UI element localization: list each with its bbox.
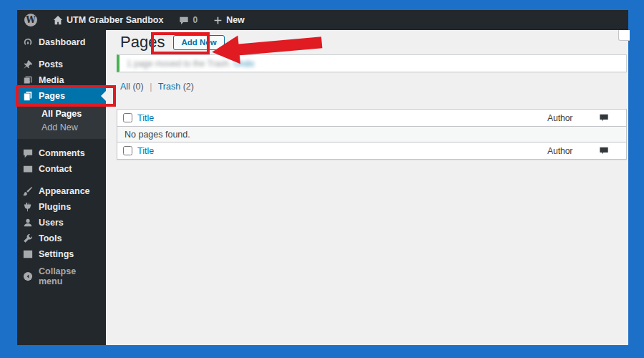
sidebar-item-label: Contact: [39, 164, 72, 174]
sidebar-collapse-menu[interactable]: Collapse menu: [17, 268, 106, 284]
dashboard-icon: [23, 37, 33, 47]
sidebar-item-label: Pages: [39, 91, 65, 101]
screenshot-frame: W UTM Grabber Sandbox 0 New Dashboard: [0, 0, 644, 358]
sidebar-item-label: Comments: [39, 148, 85, 158]
filter-trash-link[interactable]: Trash: [158, 82, 181, 92]
pages-list-table: Title Author No pages found. Title Autho…: [117, 109, 627, 160]
empty-table-row: No pages found.: [117, 127, 626, 142]
sidebar-item-plugins[interactable]: Plugins: [17, 199, 106, 215]
sidebar-item-label: Appearance: [39, 186, 90, 196]
home-icon: [53, 15, 63, 25]
sidebar-item-label: Media: [39, 75, 64, 85]
undo-link[interactable]: Undo: [233, 59, 254, 69]
admin-sidebar: Dashboard Posts Media Pages All Pages Ad…: [17, 30, 106, 345]
current-menu-arrow: [101, 91, 106, 101]
sidebar-item-contact[interactable]: Contact: [17, 161, 106, 177]
sidebar-item-settings[interactable]: Settings: [17, 246, 106, 262]
no-pages-message: No pages found.: [117, 130, 190, 140]
comments-column-icon: [599, 146, 609, 155]
admin-bar-new-label: New: [226, 15, 245, 25]
admin-bar: W UTM Grabber Sandbox 0 New: [17, 10, 628, 30]
add-new-button[interactable]: Add New: [173, 35, 224, 50]
user-icon: [23, 218, 33, 228]
list-filter-links: All (0) | Trash (2): [120, 82, 194, 92]
table-footer-row: Title Author: [117, 142, 626, 159]
sidebar-item-comments[interactable]: Comments: [17, 145, 106, 161]
filter-separator: |: [146, 82, 155, 92]
submenu-item-all-pages[interactable]: All Pages: [17, 107, 106, 121]
plugin-icon: [23, 202, 33, 212]
sidebar-item-label: Collapse menu: [39, 266, 100, 286]
media-icon: [23, 75, 33, 85]
sidebar-item-posts[interactable]: Posts: [17, 57, 106, 72]
filter-all-link[interactable]: All: [120, 82, 130, 92]
wordpress-logo-icon[interactable]: W: [24, 14, 37, 26]
admin-bar-new-menu[interactable]: New: [213, 15, 245, 25]
pages-icon: [23, 91, 33, 101]
screen-options-tab[interactable]: [618, 30, 630, 41]
filter-all-count: (0): [132, 82, 143, 92]
comments-column-icon: [599, 113, 609, 122]
filter-trash-count: (2): [183, 82, 194, 92]
pages-submenu: All Pages Add New: [17, 104, 106, 139]
admin-bar-comments[interactable]: 0: [179, 15, 197, 25]
paintbrush-icon: [23, 186, 33, 196]
author-column-footer: Author: [547, 146, 599, 156]
author-column-header: Author: [547, 113, 599, 123]
table-header-row: Title Author: [117, 110, 626, 127]
sidebar-item-pages[interactable]: Pages: [17, 88, 106, 104]
notice-text-blurred: 1 page moved to the Trash. Undo: [127, 59, 254, 69]
plus-icon: [213, 16, 223, 25]
comments-icon: [23, 148, 33, 158]
wrench-icon: [23, 233, 33, 243]
page-title: Pages: [120, 33, 165, 52]
sidebar-item-appearance[interactable]: Appearance: [17, 183, 106, 199]
site-name-menu[interactable]: UTM Grabber Sandbox: [53, 15, 163, 25]
site-name-label: UTM Grabber Sandbox: [67, 15, 163, 25]
main-content: Pages Add New 1 page moved to the Trash.…: [106, 30, 628, 345]
sidebar-item-label: Plugins: [39, 202, 71, 212]
sidebar-item-dashboard[interactable]: Dashboard: [17, 34, 106, 50]
pushpin-icon: [23, 59, 33, 69]
title-column-footer[interactable]: Title: [137, 146, 154, 156]
admin-bar-comments-count: 0: [192, 15, 197, 25]
select-all-checkbox[interactable]: [123, 113, 132, 122]
select-all-checkbox-footer[interactable]: [123, 146, 132, 155]
admin-notice: 1 page moved to the Trash. Undo: [117, 54, 627, 72]
wordpress-admin-screen: W UTM Grabber Sandbox 0 New Dashboard: [17, 10, 628, 345]
title-column-header[interactable]: Title: [137, 113, 154, 123]
sidebar-item-label: Tools: [39, 233, 62, 243]
collapse-arrow-icon: [23, 271, 33, 281]
sidebar-item-label: Dashboard: [39, 37, 85, 47]
sidebar-item-tools[interactable]: Tools: [17, 231, 106, 246]
submenu-item-add-new[interactable]: Add New: [17, 121, 106, 135]
sidebar-item-label: Settings: [39, 249, 74, 259]
envelope-icon: [23, 164, 33, 174]
sidebar-item-users[interactable]: Users: [17, 215, 106, 231]
sidebar-item-media[interactable]: Media: [17, 72, 106, 88]
sidebar-item-label: Posts: [39, 59, 63, 69]
comment-bubble-icon: [179, 16, 189, 25]
settings-icon: [23, 249, 33, 259]
sidebar-item-label: Users: [39, 218, 64, 228]
